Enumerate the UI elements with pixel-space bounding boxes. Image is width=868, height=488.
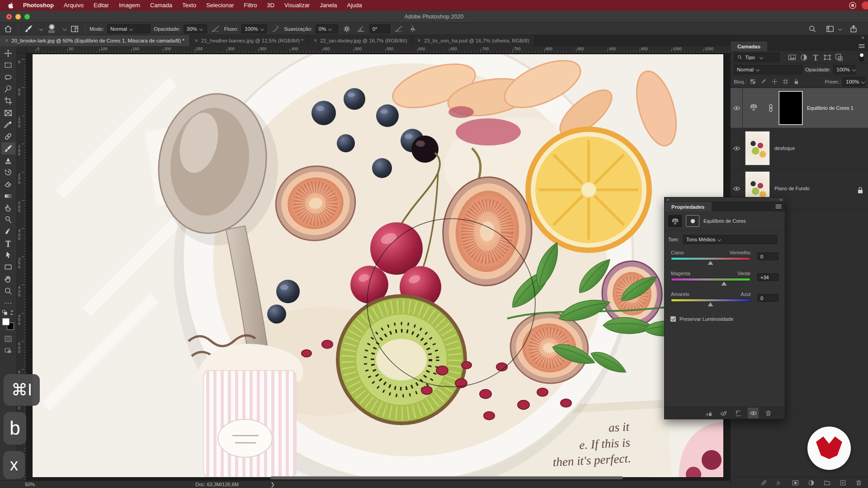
toggle-visibility-icon[interactable]	[748, 408, 759, 418]
title-bar[interactable]: Adobe Photoshop 2020	[0, 11, 868, 23]
brush-tool[interactable]	[1, 142, 15, 154]
apple-icon[interactable]	[6, 1, 15, 9]
marquee-tool[interactable]	[1, 59, 15, 71]
canvas-document[interactable]: as it e. If this is then it's perfect.	[33, 54, 723, 477]
dodge-tool[interactable]	[1, 214, 15, 225]
menu-item-filtro[interactable]: Filtro	[239, 0, 262, 11]
layer-row-0[interactable]: Equilíbrio de Cores 1	[731, 88, 868, 128]
lock-artboard-icon[interactable]	[781, 77, 790, 86]
close-tab-icon[interactable]: ×	[5, 38, 8, 43]
slider-value-field[interactable]: 0	[757, 294, 778, 302]
smoothing-options-gear-icon[interactable]	[341, 23, 352, 34]
adjustment-mask-icon[interactable]	[686, 215, 699, 227]
quick-selection-tool[interactable]	[1, 83, 15, 95]
menu-item-janela[interactable]: Janela	[315, 0, 342, 11]
close-window-button[interactable]	[6, 14, 12, 19]
panel-menu-icon[interactable]	[774, 203, 783, 210]
menubar-status-icon[interactable]	[862, 1, 868, 9]
menu-item-camada[interactable]: Camada	[145, 0, 177, 11]
eyedropper-tool[interactable]	[1, 119, 15, 131]
opacity-select[interactable]: 30%	[184, 24, 207, 33]
close-tab-icon[interactable]: ×	[314, 38, 317, 43]
layer-name[interactable]: Equilíbrio de Cores 1	[807, 105, 854, 111]
pressure-opacity-icon[interactable]	[210, 23, 221, 34]
foreground-background-swatches[interactable]	[2, 318, 14, 330]
default-colors-icon[interactable]	[2, 310, 8, 316]
layer-filter-toggle[interactable]	[859, 52, 864, 62]
slider-value-field[interactable]: +34	[757, 273, 778, 281]
screen-mode-icon[interactable]	[3, 345, 14, 356]
pressure-size-icon[interactable]	[393, 23, 404, 34]
zoom-tool[interactable]	[1, 285, 15, 297]
status-options-chevron-icon[interactable]: ❯	[270, 481, 275, 488]
menu-item-selecionar[interactable]: Selecionar	[201, 0, 239, 11]
layer-name[interactable]: Plano de Fundo	[774, 186, 810, 191]
move-tool[interactable]	[1, 47, 15, 59]
delete-layer-icon[interactable]	[853, 477, 864, 488]
share-image-icon[interactable]	[848, 23, 859, 34]
link-layers-icon[interactable]	[758, 477, 769, 488]
collapse-dock-icon[interactable]: »	[861, 34, 864, 41]
history-brush-tool[interactable]	[1, 166, 15, 178]
menu-item-ajuda[interactable]: Ajuda	[342, 0, 367, 11]
layer-fill-select[interactable]: 100%	[843, 77, 865, 86]
eraser-tool[interactable]	[1, 178, 15, 190]
gradient-tool[interactable]	[1, 190, 15, 202]
view-previous-state-icon[interactable]	[718, 408, 729, 418]
brush-settings-panel-icon[interactable]	[69, 23, 80, 34]
crop-tool[interactable]	[1, 95, 15, 107]
workspace-switcher-icon[interactable]	[825, 23, 835, 34]
menu-item-3d[interactable]: 3D	[262, 0, 279, 11]
new-adjustment-layer-icon[interactable]	[806, 477, 816, 488]
menu-item-visualizar[interactable]: Visualizar	[279, 0, 315, 11]
panel-menu-icon[interactable]	[858, 42, 866, 50]
ruler-origin[interactable]	[17, 46, 26, 53]
healing-brush-tool[interactable]	[1, 131, 15, 142]
menu-item-editar[interactable]: Editar	[89, 0, 114, 11]
zoom-window-button[interactable]	[24, 14, 30, 19]
document-tab-3[interactable]: ×23_lis_von_ha.psd @ 16,7% (olheira, RGB…	[413, 35, 535, 46]
quick-mask-icon[interactable]	[3, 333, 14, 344]
add-layer-mask-icon[interactable]	[790, 477, 801, 488]
foreground-color-swatch[interactable]	[2, 318, 9, 325]
tone-select[interactable]: Tons Médios	[683, 235, 777, 244]
airbrush-icon[interactable]	[270, 23, 281, 34]
menu-item-texto[interactable]: Texto	[177, 0, 201, 11]
delete-adjustment-icon[interactable]	[763, 408, 774, 418]
slider-track[interactable]	[671, 278, 750, 281]
slider-thumb[interactable]	[708, 261, 713, 265]
layer-name[interactable]: desfoque	[774, 145, 795, 151]
slider-track[interactable]	[671, 299, 750, 302]
flow-select[interactable]: 100%	[241, 24, 267, 33]
new-layer-icon[interactable]	[837, 477, 848, 488]
tab-propriedades[interactable]: Propriedades	[665, 202, 712, 211]
filter-shape-layers-icon[interactable]	[822, 52, 832, 62]
menu-item-photoshop[interactable]: Photoshop	[18, 0, 59, 11]
layer-filter-select[interactable]: Tipo	[734, 53, 780, 62]
brush-preset-picker[interactable]: 600	[46, 24, 57, 34]
lock-transparent-pixels-icon[interactable]	[748, 77, 757, 86]
clone-stamp-tool[interactable]	[1, 155, 15, 166]
document-tab-0[interactable]: ×20_brooke-lark.jpg @ 50% (Equilíbrio de…	[0, 35, 190, 46]
preserve-luminosity-checkbox[interactable]	[670, 316, 676, 322]
layer-blend-mode-select[interactable]: Normal	[734, 65, 802, 74]
blend-mode-select[interactable]: Normal	[107, 24, 151, 33]
hand-tool[interactable]	[1, 273, 15, 285]
frame-tool[interactable]	[1, 107, 15, 118]
document-tab-2[interactable]: ×22_ian-dooley.jpg @ 16,7% (RGB/8#)	[309, 35, 413, 46]
horizontal-ruler[interactable]: 0501001502002503003504004505005506006507…	[26, 46, 730, 53]
menu-item-arquivo[interactable]: Arquivo	[59, 0, 89, 11]
menu-item-imagem[interactable]: Imagem	[114, 0, 145, 11]
shape-tool[interactable]	[1, 261, 15, 273]
symmetry-icon[interactable]	[407, 23, 418, 34]
layer-mask-link-icon[interactable]	[766, 103, 774, 113]
filter-image-layers-icon[interactable]	[787, 52, 797, 62]
clip-to-layer-icon[interactable]	[703, 408, 714, 418]
layer-row-1[interactable]: desfoque	[731, 128, 868, 169]
close-tab-icon[interactable]: ×	[195, 38, 198, 43]
layer-thumbnail[interactable]	[745, 131, 770, 165]
pen-tool[interactable]	[1, 225, 15, 237]
tab-camadas[interactable]: Camadas	[731, 42, 767, 51]
swap-colors-icon[interactable]	[9, 310, 15, 316]
close-tab-icon[interactable]: ×	[418, 38, 421, 43]
